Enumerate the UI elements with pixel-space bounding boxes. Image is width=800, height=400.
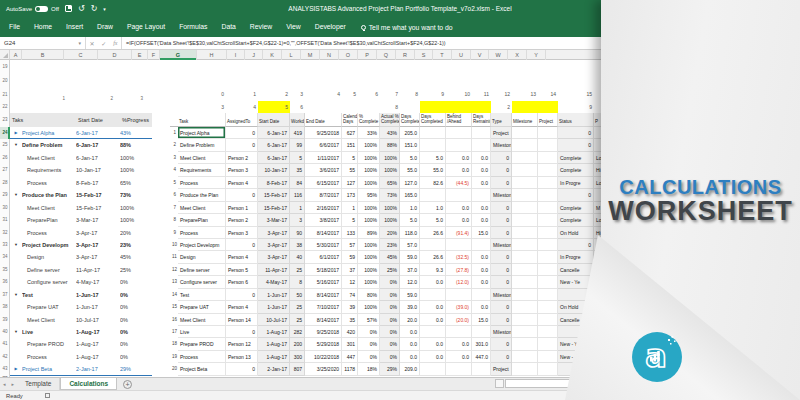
assigned-cell[interactable]: 0: [226, 239, 258, 251]
task-progress-cell[interactable]: 20%: [120, 227, 152, 239]
task-row[interactable]: Meet Client10-Jul-170%: [10, 314, 152, 326]
project-cell[interactable]: [538, 314, 558, 326]
days-behind-cell[interactable]: 0.0: [446, 202, 472, 214]
col-index-cell[interactable]: 11: [472, 88, 491, 101]
status-cell[interactable]: Complete: [558, 152, 594, 164]
type-cell[interactable]: Milestone: [491, 289, 512, 301]
calendar-days-cell[interactable]: 151: [342, 139, 358, 151]
milestone-cell[interactable]: [512, 189, 538, 201]
start-date-cell[interactable]: 1-Jun-17: [258, 301, 290, 313]
actual-days-cell[interactable]: [420, 239, 446, 251]
row-header-22[interactable]: 22: [0, 101, 10, 113]
column-header-S[interactable]: S: [415, 50, 433, 60]
days-remaining-cell[interactable]: 0.0: [472, 251, 491, 263]
end-date-cell[interactable]: 3/8/2017: [305, 214, 342, 226]
ribbon-tab-home[interactable]: Home: [27, 17, 59, 37]
type-cell[interactable]: 0: [491, 177, 512, 189]
column-header-Q[interactable]: Q: [377, 50, 396, 60]
type-cell[interactable]: 0: [491, 351, 512, 363]
column-header-C[interactable]: C: [64, 50, 98, 60]
start-date-cell[interactable]: 1-Aug-17: [258, 338, 290, 350]
index-number-cell[interactable]: 3: [115, 92, 145, 105]
series-index-cell[interactable]: [400, 101, 420, 113]
column-header-end-date[interactable]: End Date: [305, 113, 342, 127]
start-date-cell[interactable]: 15-Feb-17: [258, 202, 290, 214]
insert-function-icon[interactable]: fx: [113, 40, 117, 46]
task-progress-cell[interactable]: 29%: [120, 363, 152, 374]
project-cell[interactable]: [538, 239, 558, 251]
task-start-cell[interactable]: 3-Apr-17: [76, 251, 120, 263]
row-number-cell[interactable]: 16: [170, 314, 178, 326]
planned-pct-cell[interactable]: 0%: [358, 326, 380, 338]
task-name-cell[interactable]: Project Alpha: [22, 127, 76, 138]
type-cell[interactable]: 0: [491, 301, 512, 313]
project-cell[interactable]: [538, 351, 558, 363]
row-number-cell[interactable]: 1: [170, 127, 178, 139]
planned-days-cell[interactable]: 0.0: [400, 338, 420, 350]
column-header-J[interactable]: J: [245, 50, 263, 60]
left-column-header-progress[interactable]: %Progress: [120, 113, 152, 127]
days-remaining-cell[interactable]: 0.0: [472, 301, 491, 313]
type-cell[interactable]: 0: [491, 164, 512, 176]
task-start-cell[interactable]: 1-Aug-17: [76, 326, 120, 338]
planned-pct-cell[interactable]: 89%: [358, 227, 380, 239]
calendar-days-cell[interactable]: 57: [342, 239, 358, 251]
milestone-cell[interactable]: [512, 239, 538, 251]
task-row[interactable]: ▼Produce the Plan15-Feb-1773%: [10, 189, 152, 201]
task-cell[interactable]: Requirements: [178, 164, 226, 176]
row-number-cell[interactable]: 11: [170, 251, 178, 263]
task-start-cell[interactable]: 10-Jul-17: [76, 314, 120, 326]
task-row[interactable]: ▼Test1-Jun-170%: [10, 289, 152, 301]
calendar-days-cell[interactable]: 133: [342, 227, 358, 239]
assigned-cell[interactable]: Person 14: [226, 314, 258, 326]
status-cell[interactable]: Complete: [558, 202, 594, 214]
expand-collapsed-icon[interactable]: ▶: [10, 363, 22, 374]
calendar-days-cell[interactable]: 74: [342, 289, 358, 301]
column-header-U[interactable]: U: [452, 50, 471, 60]
task-start-cell[interactable]: 4-May-17: [76, 276, 120, 288]
task-name-cell[interactable]: Prepare PROD: [22, 338, 76, 350]
sheet-tab-calculations[interactable]: Calculations: [60, 378, 117, 390]
milestone-cell[interactable]: [512, 276, 538, 288]
index-number-cell[interactable]: 1: [10, 92, 67, 105]
workdays-cell[interactable]: 200: [290, 338, 305, 350]
column-header-W[interactable]: W: [489, 50, 508, 60]
column-header-P[interactable]: P: [358, 50, 377, 60]
start-date-cell[interactable]: 3-Apr-17: [258, 239, 290, 251]
column-header-V[interactable]: V: [471, 50, 489, 60]
actual-pct-cell[interactable]: 23%: [380, 239, 400, 251]
column-header-task[interactable]: Task: [178, 113, 226, 127]
workdays-cell[interactable]: 282: [290, 326, 305, 338]
index-number-cell[interactable]: 2: [67, 92, 115, 105]
planned-days-cell[interactable]: 118.0: [400, 227, 420, 239]
planned-days-cell[interactable]: 39.0: [400, 301, 420, 313]
task-name-cell[interactable]: Live: [22, 326, 76, 338]
series-index-cell[interactable]: 5: [258, 101, 290, 113]
col-index-cell[interactable]: 5: [342, 88, 358, 101]
task-progress-cell[interactable]: 0%: [120, 314, 152, 326]
task-row[interactable]: Process3-Apr-1720%: [10, 227, 152, 239]
name-box-dropdown-icon[interactable]: ▾: [78, 40, 81, 46]
actual-days-cell[interactable]: [420, 289, 446, 301]
task-start-cell[interactable]: 1-Jun-17: [76, 301, 120, 313]
row-number-cell[interactable]: 15: [170, 301, 178, 313]
sheet-tab-template[interactable]: Template: [17, 378, 60, 390]
column-header-status[interactable]: Status: [558, 113, 594, 127]
workdays-cell[interactable]: 1: [290, 202, 305, 214]
task-row[interactable]: ▼Define Problem6-Jan-1788%: [10, 139, 152, 151]
col-index-cell[interactable]: 7: [380, 88, 400, 101]
task-name-cell[interactable]: Configure server: [22, 276, 76, 288]
select-all-corner[interactable]: [0, 50, 10, 60]
actual-days-cell[interactable]: 0.0: [420, 338, 446, 350]
project-cell[interactable]: [538, 227, 558, 239]
calendar-days-cell[interactable]: 420: [342, 326, 358, 338]
task-row[interactable]: Process8-Feb-1765%: [10, 177, 152, 189]
row-number-cell[interactable]: 13: [170, 276, 178, 288]
actual-days-cell[interactable]: 26.6: [420, 251, 446, 263]
tell-me-box[interactable]: Tell me what you want to do: [361, 24, 453, 31]
column-header-Y[interactable]: Y: [527, 50, 546, 60]
planned-days-cell[interactable]: 5.0: [400, 214, 420, 226]
days-remaining-cell[interactable]: [472, 289, 491, 301]
project-cell[interactable]: [538, 164, 558, 176]
workdays-cell[interactable]: 25: [290, 314, 305, 326]
